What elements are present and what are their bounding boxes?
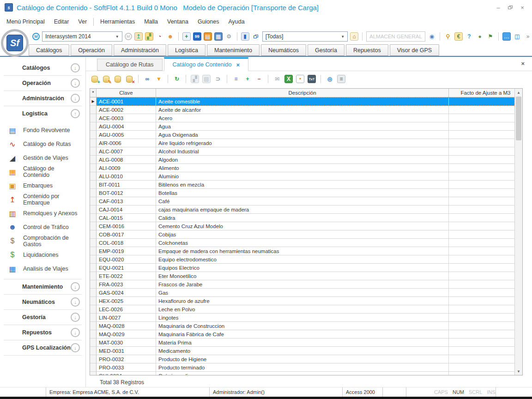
- home-icon[interactable]: ⌂: [350, 32, 358, 41]
- sidebar-item-catalogo-de-rutas[interactable]: ∿Catálogo de Rutas: [4, 137, 82, 151]
- table-row[interactable]: GAS-0024Gas: [90, 289, 514, 297]
- table-row[interactable]: QUI-0034Químico polimero: [90, 372, 514, 375]
- table-row[interactable]: MED-0031Medicamento: [90, 347, 514, 355]
- import-data-icon[interactable]: ↥: [134, 32, 143, 41]
- table-row[interactable]: MAQ-0028Maquinaria de Construccion: [90, 322, 514, 330]
- table-row[interactable]: CAF-0013Café: [90, 197, 514, 206]
- sidebar-item-gestion-de-viajes[interactable]: ◢Gestión de Viajes: [4, 151, 82, 165]
- table-row[interactable]: ALC-0007Alcohol Industrial: [90, 147, 514, 156]
- sidebar-item-catalogo-de-contenido[interactable]: ▦Catálogo de Contenido: [4, 165, 82, 179]
- company-select[interactable]: Interasystem 2014▼: [42, 31, 122, 42]
- ribbon-tab-logistica[interactable]: Logística: [168, 44, 206, 56]
- chevron-down-icon[interactable]: ↓: [71, 94, 80, 103]
- sidebar-header-operacion[interactable]: Operación↓: [4, 76, 82, 91]
- document-tab-catalogo-de-rutas[interactable]: Catálogo de Rutas: [97, 59, 163, 71]
- chevron-down-icon[interactable]: ↓: [71, 282, 80, 291]
- table-row[interactable]: CAJ-0014cajas maquinaria empaque de made…: [90, 206, 514, 214]
- key-icon[interactable]: ⚲: [444, 32, 452, 41]
- delete-record-icon[interactable]: ×: [125, 75, 133, 83]
- table-row[interactable]: AIR-0006Aire liquido refrigerado: [90, 139, 514, 147]
- bug-icon[interactable]: ●: [476, 32, 484, 41]
- image-icon[interactable]: ▞: [145, 32, 153, 41]
- sidebar-header-mantenimiento[interactable]: Mantenimiento↓: [4, 279, 82, 294]
- chevron-down-icon[interactable]: ↓: [71, 297, 80, 307]
- attach-icon[interactable]: ⊃: [214, 75, 222, 83]
- users-icon[interactable]: ☻: [166, 32, 175, 41]
- overflow-chevron-icon[interactable]: »: [524, 32, 532, 41]
- document-tab-catalogo-de-contenido[interactable]: Catálogo de Contenido×: [164, 57, 248, 71]
- help-icon[interactable]: ?: [465, 32, 473, 41]
- table-row[interactable]: EMP-0019Empaque de madera con herramient…: [90, 247, 514, 255]
- collapse-nodes-icon[interactable]: −: [255, 75, 263, 83]
- number-99-icon[interactable]: 99: [193, 32, 201, 41]
- chevron-down-icon[interactable]: ↓: [71, 313, 80, 322]
- data-record-icon[interactable]: [114, 75, 122, 83]
- panel-close-icon[interactable]: ×: [521, 60, 525, 67]
- doc-export-icon[interactable]: •: [296, 75, 304, 83]
- email-icon[interactable]: ✉: [273, 75, 281, 83]
- chevron-up-icon[interactable]: ↑: [71, 109, 80, 118]
- table-row[interactable]: MAT-0030Materia Prima: [90, 339, 514, 347]
- table-row[interactable]: BOT-0012Botellas: [90, 189, 514, 197]
- sidebar-item-control-de-trafico[interactable]: ☻Control de Tráfico: [4, 220, 82, 234]
- filter-todas-select[interactable]: [Todas]▼: [262, 31, 348, 42]
- find-icon[interactable]: ∞: [143, 75, 151, 83]
- almacen-input[interactable]: [366, 31, 425, 42]
- module-m-icon[interactable]: M: [32, 33, 40, 40]
- print-icon[interactable]: ≡: [337, 75, 345, 83]
- vertical-scrollbar[interactable]: ▲ ▼: [514, 89, 522, 375]
- chevron-down-icon[interactable]: ↓: [71, 343, 80, 352]
- sidebar-header-catalogos[interactable]: Catálogos↓: [4, 60, 82, 75]
- gear-icon[interactable]: ⚙: [225, 32, 233, 41]
- sidebar-header-gestoria[interactable]: Gestoría↓: [4, 310, 82, 325]
- ribbon-tab-gestoria[interactable]: Gestoría: [308, 44, 345, 56]
- sidebar-item-liquidaciones[interactable]: $Liquidaciones: [4, 248, 82, 262]
- table-row[interactable]: ACE-0003Acero: [90, 114, 514, 122]
- ribbon-tab-neumaticos[interactable]: Neumáticos: [261, 44, 306, 56]
- txt-export-icon[interactable]: TxT: [308, 75, 316, 83]
- menu-item-ventana[interactable]: Ventana: [163, 16, 193, 27]
- ribbon-tab-operacion[interactable]: Operación: [71, 44, 112, 56]
- column-header-indicator[interactable]: *: [90, 89, 97, 97]
- table-row[interactable]: HEX-0025Hexafloruro de azufre: [90, 297, 514, 305]
- sidebar-header-administracion[interactable]: Administración↓: [4, 91, 82, 106]
- table-row[interactable]: CEM-0016Cemento Cruz Azul Modelo: [90, 222, 514, 230]
- table-row[interactable]: CAL-0015Calidra: [90, 214, 514, 222]
- menu-item-malla[interactable]: Malla: [139, 16, 163, 27]
- menu-item-guiones[interactable]: Guiones: [193, 16, 224, 27]
- menu-item-menu-principal[interactable]: Menú Principal: [2, 16, 49, 27]
- globe-search-icon[interactable]: ◉: [428, 32, 436, 41]
- chevron-down-icon[interactable]: ↓: [71, 79, 80, 88]
- column-header-descripcion[interactable]: Descripción: [156, 89, 449, 97]
- menu-item-editar[interactable]: Editar: [49, 16, 74, 27]
- close-button[interactable]: ×: [517, 3, 527, 12]
- column-header-facto[interactable]: Facto de Ajuste a M3: [449, 89, 522, 97]
- table-row[interactable]: AGU-0005Agua Oxigenada: [90, 131, 514, 139]
- table-row[interactable]: PRO-0032Producto de Higiene: [90, 355, 514, 363]
- menu-item-herramientas[interactable]: Herramientas: [96, 16, 139, 27]
- table-row[interactable]: ALU-0010Aluminio: [90, 172, 514, 181]
- cascade-windows-icon[interactable]: [252, 32, 260, 41]
- add-record-icon[interactable]: +: [91, 75, 99, 83]
- table-row[interactable]: LEC-0026Leche en Polvo: [90, 305, 514, 314]
- excel-export-icon[interactable]: X: [284, 75, 293, 83]
- column-header-clave[interactable]: Clave: [97, 89, 156, 97]
- menu-item-ver[interactable]: Ver: [73, 16, 91, 27]
- table-row[interactable]: ALG-0008Algodon: [90, 156, 514, 164]
- scrollbar-thumb[interactable]: [516, 97, 521, 140]
- menu-item-ayuda[interactable]: Ayuda: [224, 16, 249, 27]
- currency-icon[interactable]: €: [454, 32, 463, 41]
- chevron-down-icon[interactable]: ▼: [338, 35, 347, 39]
- table-row[interactable]: COB-0017Cobijas: [90, 230, 514, 239]
- sidebar-header-neumaticos[interactable]: Neumáticos↓: [4, 295, 82, 309]
- table-row[interactable]: PRO-0033Producto terminado: [90, 363, 514, 372]
- scrollbar-up-icon[interactable]: ▲: [515, 89, 522, 96]
- sidebar-header-logistica[interactable]: Logistica↑: [4, 106, 82, 121]
- table-row[interactable]: FRA-0023Frascos de Jarabe: [90, 280, 514, 289]
- sidebar-item-comprobacion-de-gastos[interactable]: $Comprobación de Gastos: [4, 234, 82, 248]
- ribbon-tab-administracion[interactable]: Administración: [114, 44, 166, 56]
- minimize-button[interactable]: –: [493, 3, 503, 12]
- chevron-down-icon[interactable]: ↓: [71, 328, 80, 337]
- new-note-icon[interactable]: +: [182, 32, 191, 41]
- table-row[interactable]: MAQ-0029Maquinaria Fábrica de Cafe: [90, 330, 514, 339]
